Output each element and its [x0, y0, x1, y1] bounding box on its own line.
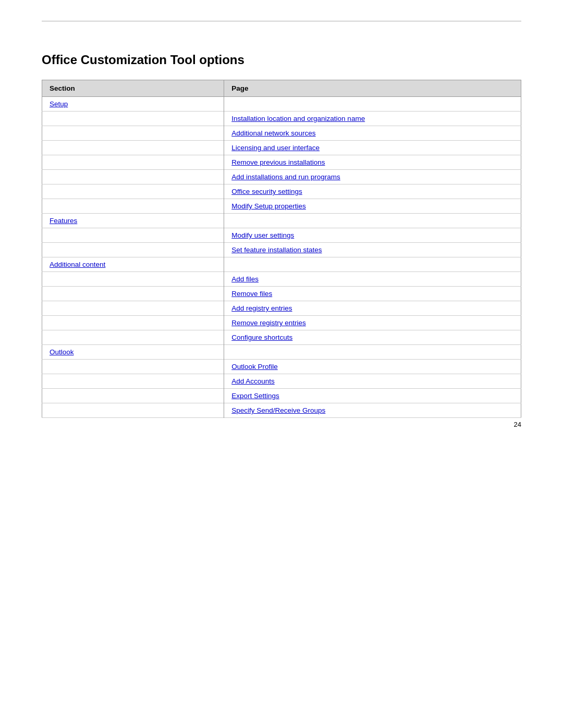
page-link[interactable]: Add Accounts [231, 377, 275, 385]
page-link-cell[interactable]: Licensing and user interface [224, 141, 521, 155]
page-container: Office Customization Tool options Sectio… [0, 0, 563, 449]
table-row: Specify Send/Receive Groups [42, 403, 521, 418]
table-row: Modify user settings [42, 228, 521, 243]
page-link[interactable]: Add installations and run programs [231, 173, 340, 181]
page-link-cell[interactable]: Set feature installation states [224, 243, 521, 257]
page-link-cell[interactable]: Add files [224, 272, 521, 287]
section-cell [42, 199, 224, 214]
page-link[interactable]: Set feature installation states [231, 246, 322, 254]
section-cell [42, 112, 224, 126]
table-row: Office security settings [42, 184, 521, 199]
table-row: Add files [42, 272, 521, 287]
page-link[interactable]: Office security settings [231, 188, 302, 195]
page-link[interactable]: Export Settings [231, 392, 279, 400]
page-link[interactable]: Outlook Profile [231, 363, 278, 371]
table-row: Additional network sources [42, 126, 521, 141]
page-link-cell[interactable]: Remove files [224, 287, 521, 301]
page-link-cell[interactable]: Remove registry entries [224, 316, 521, 330]
section-cell[interactable]: Features [42, 214, 224, 228]
page-link-cell[interactable]: Specify Send/Receive Groups [224, 403, 521, 418]
page-link[interactable]: Licensing and user interface [231, 144, 320, 152]
section-cell [42, 330, 224, 345]
page-link[interactable]: Specify Send/Receive Groups [231, 406, 325, 414]
table-row: Licensing and user interface [42, 141, 521, 155]
page-link-cell[interactable]: Configure shortcuts [224, 330, 521, 345]
section-cell [42, 228, 224, 243]
section-cell [42, 287, 224, 301]
table-row: Add installations and run programs [42, 170, 521, 184]
section-link[interactable]: Additional content [50, 261, 105, 268]
page-link[interactable]: Installation location and organization n… [231, 115, 365, 122]
section-cell [42, 389, 224, 403]
page-link-cell[interactable]: Add registry entries [224, 301, 521, 316]
table-row: Configure shortcuts [42, 330, 521, 345]
table-row: Set feature installation states [42, 243, 521, 257]
section-cell [42, 141, 224, 155]
col-page-header: Page [224, 80, 521, 97]
table-row: Remove registry entries [42, 316, 521, 330]
page-link-cell [224, 257, 521, 272]
section-cell [42, 126, 224, 141]
section-cell [42, 155, 224, 170]
table-row: Outlook Profile [42, 360, 521, 374]
page-link[interactable]: Additional network sources [231, 129, 315, 137]
page-link[interactable]: Modify Setup properties [231, 202, 306, 210]
page-link-cell [224, 345, 521, 360]
table-row: Setup [42, 97, 521, 112]
section-cell [42, 403, 224, 418]
table-row: Modify Setup properties [42, 199, 521, 214]
section-link[interactable]: Features [50, 217, 77, 225]
section-cell [42, 360, 224, 374]
page-link[interactable]: Add files [231, 275, 259, 283]
page-link-cell[interactable]: Add installations and run programs [224, 170, 521, 184]
table-row: Remove files [42, 287, 521, 301]
page-link[interactable]: Remove registry entries [231, 319, 306, 327]
page-link-cell [224, 214, 521, 228]
page-link-cell[interactable]: Add Accounts [224, 374, 521, 389]
page-link-cell[interactable]: Office security settings [224, 184, 521, 199]
page-number: 24 [514, 421, 521, 428]
page-link[interactable]: Modify user settings [231, 231, 294, 239]
page-link[interactable]: Add registry entries [231, 304, 292, 312]
table-row: Add Accounts [42, 374, 521, 389]
options-table: Section Page SetupInstallation location … [42, 80, 521, 418]
page-link-cell[interactable]: Remove previous installations [224, 155, 521, 170]
section-link[interactable]: Outlook [50, 348, 74, 356]
section-cell[interactable]: Outlook [42, 345, 224, 360]
page-link-cell[interactable]: Modify user settings [224, 228, 521, 243]
table-header-row: Section Page [42, 80, 521, 97]
table-row: Outlook [42, 345, 521, 360]
section-cell [42, 301, 224, 316]
section-cell [42, 243, 224, 257]
col-section-header: Section [42, 80, 224, 97]
section-link[interactable]: Setup [50, 100, 68, 108]
table-row: Remove previous installations [42, 155, 521, 170]
section-cell [42, 374, 224, 389]
page-link-cell [224, 97, 521, 112]
page-link[interactable]: Remove files [231, 290, 272, 298]
section-cell[interactable]: Setup [42, 97, 224, 112]
top-border [42, 21, 521, 21]
page-link-cell[interactable]: Outlook Profile [224, 360, 521, 374]
table-row: Export Settings [42, 389, 521, 403]
page-link-cell[interactable]: Modify Setup properties [224, 199, 521, 214]
page-title: Office Customization Tool options [42, 53, 521, 67]
section-cell[interactable]: Additional content [42, 257, 224, 272]
section-cell [42, 170, 224, 184]
section-cell [42, 184, 224, 199]
page-link-cell[interactable]: Additional network sources [224, 126, 521, 141]
page-link-cell[interactable]: Installation location and organization n… [224, 112, 521, 126]
page-link[interactable]: Configure shortcuts [231, 334, 292, 341]
section-cell [42, 316, 224, 330]
table-row: Additional content [42, 257, 521, 272]
table-row: Installation location and organization n… [42, 112, 521, 126]
section-cell [42, 272, 224, 287]
page-link-cell[interactable]: Export Settings [224, 389, 521, 403]
page-link[interactable]: Remove previous installations [231, 158, 325, 166]
table-row: Features [42, 214, 521, 228]
table-row: Add registry entries [42, 301, 521, 316]
